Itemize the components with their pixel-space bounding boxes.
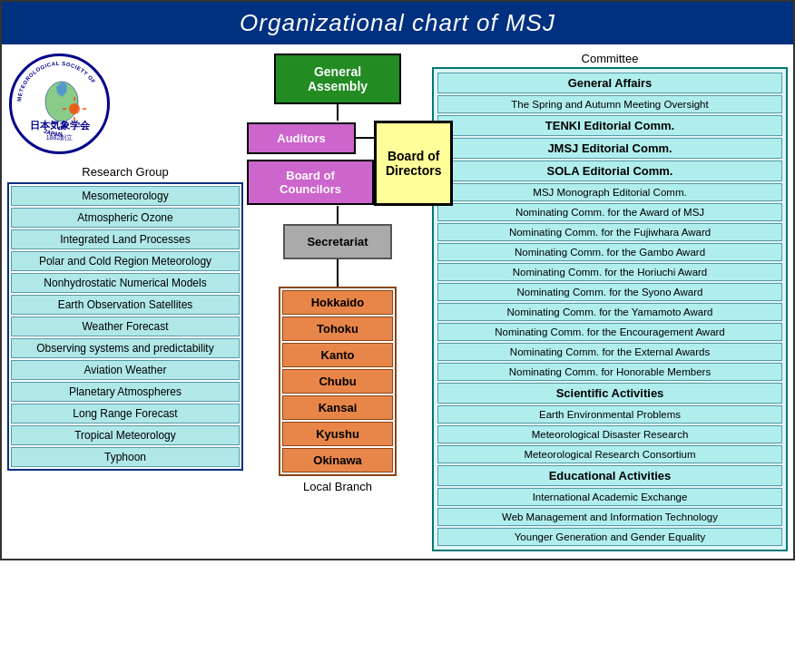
research-item: Tropical Meteorology [11,425,240,445]
branch-item: Chubu [282,369,393,394]
research-item: Aviation Weather [11,360,240,380]
branch-item: Kanto [282,343,393,367]
research-item: Planetary Atmospheres [11,382,240,402]
research-item: Earth Observation Satellites [11,295,240,315]
connector-board-sec [337,206,339,224]
committee-item: Educational Activities [437,465,782,486]
branch-item: Kyushu [282,422,393,446]
committee-item: Earth Environmental Problems [437,405,782,424]
councilors-box: Board of Councilors [247,160,374,205]
committee-item: Nominating Comm. for the Horiuchi Award [437,263,782,281]
connector-sec-branches [337,259,339,287]
local-branch-label: Local Branch [303,480,372,493]
research-item: Integrated Land Processes [11,229,240,249]
research-item: Nonhydrostatic Numerical Models [11,273,240,293]
svg-text:日本気象学会: 日本気象学会 [30,120,91,131]
logo-area: METEOROLOGICAL SOCIETY OF JAPAN [7,52,243,156]
research-item: Weather Forecast [11,317,240,336]
board-of-directors-box: Board of Directors [374,121,453,206]
committee-item: International Academic Exchange [437,488,782,506]
councilors-row: Board of Councilors [247,160,374,205]
h-connector-auditors [356,137,374,139]
general-assembly-box: General Assembly [274,54,401,104]
page-wrapper: Organizational chart of MSJ METEOROLOGIC… [0,0,795,560]
committee-item: Younger Generation and Gender Equality [437,528,782,546]
branch-item: Hokkaido [282,290,393,315]
research-group-box: MesometeorologyAtmospheric OzoneIntegrat… [7,182,243,471]
research-item: Typhoon [11,447,240,467]
connector-ga-board [337,104,339,121]
logo-circle: METEOROLOGICAL SOCIETY OF JAPAN [7,52,112,156]
research-item: Polar and Cold Region Meteorology [11,251,240,271]
committee-item: Meteorological Disaster Research [437,425,782,443]
committee-item: Nominating Comm. for the Fujiwhara Award [437,223,782,241]
center-column: General Assembly Auditors Board of Counc… [247,52,428,551]
committee-item: Meteorological Research Consortium [437,445,782,463]
committee-item: Web Management and Information Technolog… [437,508,782,526]
local-branch-box: HokkaidoTohokuKantoChubuKansaiKyushuOkin… [279,287,397,476]
committee-item: Nominating Comm. for the Encouragement A… [437,323,782,341]
committee-item: General Affairs [437,73,782,93]
secretariat-box: Secretariat [283,224,392,259]
branch-item: Tohoku [282,317,393,341]
committee-item: Nominating Comm. for the Syono Award [437,283,782,301]
svg-text:1882創立: 1882創立 [46,134,74,141]
committee-item: TENKI Editorial Comm. [437,115,782,136]
committee-item: The Spring and Autumn Meeting Oversight [437,95,782,113]
research-item: Long Range Forecast [11,404,240,424]
auditors-row: Auditors [247,122,374,154]
research-item: Mesometeorology [11,186,240,206]
svg-point-5 [69,103,80,114]
committee-item: Scientific Activities [437,383,782,404]
research-group-label: Research Group [7,165,243,179]
committee-item: SOLA Editorial Comm. [437,161,782,181]
page-title: Organizational chart of MSJ [2,2,793,44]
research-item: Atmospheric Ozone [11,208,240,228]
committee-item: Nominating Comm. for the Award of MSJ [437,203,782,221]
committee-outer-box: General AffairsThe Spring and Autumn Mee… [432,67,788,551]
right-column: Committee General AffairsThe Spring and … [432,52,788,551]
branch-item: Okinawa [282,448,393,472]
committee-label: Committee [432,52,788,65]
committee-item: JMSJ Editorial Comm. [437,138,782,159]
committee-item: Nominating Comm. for the Yamamoto Award [437,303,782,321]
left-connectors-area: Auditors Board of Councilors [247,122,374,205]
research-item: Observing systems and predictability [11,338,240,358]
left-column: METEOROLOGICAL SOCIETY OF JAPAN [7,52,243,551]
auditors-box: Auditors [247,122,356,154]
branch-item: Kansai [282,395,393,420]
committee-item: Nominating Comm. for the External Awards [437,343,782,361]
board-section: Auditors Board of Councilors Board of Di… [247,121,428,206]
committee-item: Nominating Comm. for Honorable Members [437,363,782,381]
committee-item: MSJ Monograph Editorial Comm. [437,183,782,201]
committee-item: Nominating Comm. for the Gambo Award [437,243,782,261]
